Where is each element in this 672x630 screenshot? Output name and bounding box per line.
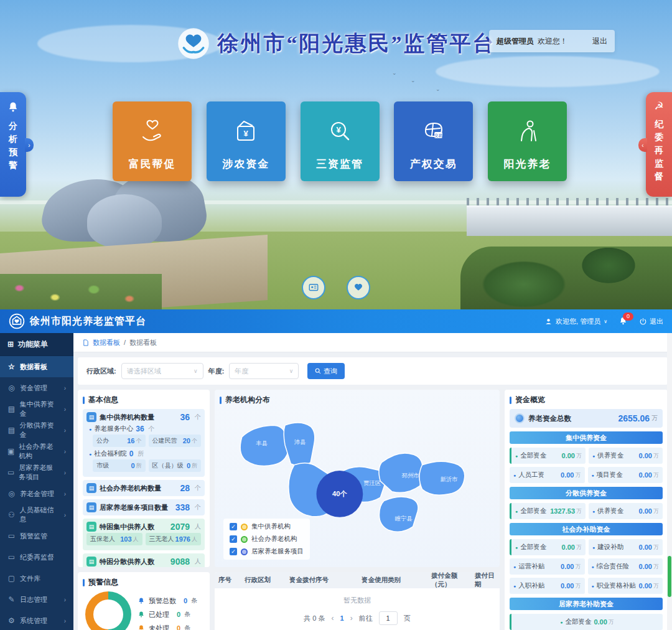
analysis-warning-label: 分析预警 xyxy=(8,120,18,172)
section-header-social-subsidy: 社会办补助资金 xyxy=(510,523,663,535)
folder-icon: ▤ xyxy=(7,426,16,435)
col-header-amount: 拨付金额（元） xyxy=(427,572,471,589)
sub-stat-label: 社会福利院 xyxy=(94,449,127,458)
star-icon: ☆ xyxy=(7,362,16,371)
chevron-right-icon: › xyxy=(64,406,66,413)
breadcrumb-root[interactable]: 数据看板 xyxy=(93,338,120,347)
legend-social-orgs[interactable]: ✓ 社会办养老机构 xyxy=(230,535,304,543)
sidebar-item-social-org[interactable]: ▣ 社会办养老机构 › xyxy=(0,441,73,462)
elder-person-icon xyxy=(513,117,542,146)
funds-overview-panel: 资金概览 养老资金总数 2655.06 万 集中供养资金 ● xyxy=(505,390,668,630)
main-content: 数据看板 / 数据看板 行政区域: 请选择区域 ∨ 年度: 年度 ∨ xyxy=(73,333,672,630)
sidebar-item-personnel-info[interactable]: ⚇ 人员基础信息 › xyxy=(0,504,73,525)
chevron-right-icon: › xyxy=(64,618,66,624)
doc-badge-icon: ▤ xyxy=(86,557,96,567)
year-placeholder: 年度 xyxy=(235,367,248,376)
coin-icon: ◎ xyxy=(7,383,16,392)
col-header-region: 行政区划 xyxy=(241,576,286,585)
tile-label: 阳光养老 xyxy=(504,157,551,171)
checkbox-checked-icon[interactable]: ✓ xyxy=(230,535,237,543)
sidebar-item-label: 分散供养资金 xyxy=(20,421,60,440)
alert-processed-row: 已处理 0 条 xyxy=(138,610,197,619)
table-empty-state: 暂无数据 xyxy=(215,588,500,611)
sidebar-item-data-board[interactable]: ☆ 数据看板 xyxy=(0,356,73,377)
section-header-decentralized: 分散供养资金 xyxy=(510,487,663,499)
folder-icon: ▤ xyxy=(7,405,16,413)
hero-logout-link[interactable]: 退出 xyxy=(592,36,607,47)
grid-icon: ⊞ xyxy=(7,340,14,349)
search-button[interactable]: 查询 xyxy=(307,363,345,379)
scrollbar-thumb[interactable] xyxy=(668,556,671,597)
dashboard-header: 徐州市阳光养老监管平台 欢迎您, 管理员 ∨ 0 xyxy=(0,309,672,333)
tile-shenong-zijin[interactable]: ¥ 涉农资金 xyxy=(207,101,286,181)
notifications-button[interactable]: 0 xyxy=(618,316,628,327)
chevron-right-icon: › xyxy=(64,448,66,455)
tile-fumin-bangcu[interactable]: 富民帮促 xyxy=(113,101,192,181)
checkbox-checked-icon[interactable]: ✓ xyxy=(230,548,237,555)
logout-button[interactable]: 退出 xyxy=(639,317,663,326)
checkbox-checked-icon[interactable]: ✓ xyxy=(230,523,237,530)
header-actions: 欢迎您, 管理员 ∨ 0 退出 xyxy=(544,316,663,327)
chevron-right-icon[interactable]: › xyxy=(25,138,34,152)
sidebar-item-discipline-supervision[interactable]: ▭ 纪委再监督 xyxy=(0,547,73,568)
sidebar-item-system-mgmt[interactable]: ⚙ 系统管理 › xyxy=(0,610,73,630)
chevron-right-icon: › xyxy=(64,491,66,497)
logout-label: 退出 xyxy=(650,317,663,326)
stat-value: 36 xyxy=(180,412,190,422)
sidebar-item-warning-supervision[interactable]: ▭ 预警监管 xyxy=(0,525,73,547)
sidebar-item-decentralized-fund[interactable]: ▤ 分散供养资金 › xyxy=(0,420,73,441)
sub-cell-gongban: 公办 16 个 xyxy=(93,435,146,447)
screen-icon: ▭ xyxy=(7,532,16,540)
tile-sanzi-jianguan[interactable]: ¥ 三资监管 xyxy=(301,101,380,181)
sidebar-item-label: 养老金管理 xyxy=(20,489,54,499)
sidebar-item-fund-mgmt[interactable]: ◎ 资金管理 › xyxy=(0,377,73,398)
prev-page-button[interactable]: ‹ xyxy=(332,614,334,623)
sidebar-item-label: 文件库 xyxy=(20,574,40,583)
sidebar-item-home-service[interactable]: ▭ 居家养老服务项目 › xyxy=(0,462,73,483)
bird-icon: ⌄ xyxy=(411,77,416,83)
next-page-button[interactable]: › xyxy=(350,614,353,623)
heart-hands-icon[interactable] xyxy=(347,276,370,299)
module-tiles: 富民帮促 ¥ 涉农资金 ¥ 三资监管 xyxy=(113,101,567,181)
sub-stat-label: 养老服务中心 xyxy=(94,425,133,433)
fund-cell: ● 人员工资 0.00 万 xyxy=(510,467,585,483)
sidebar-item-file-library[interactable]: ▢ 文件库 xyxy=(0,568,73,589)
district-label: 沛县 xyxy=(294,439,306,445)
chevron-right-icon: › xyxy=(64,385,66,392)
breadcrumb-current: 数据看板 xyxy=(129,338,157,347)
person-icon: ⚇ xyxy=(7,510,16,519)
year-select[interactable]: 年度 ∨ xyxy=(229,363,299,379)
tile-chanquan-jiaoyi[interactable]: 交易 产权交易 xyxy=(394,101,473,181)
pencil-icon: ✎ xyxy=(7,595,16,604)
bullet-dot: ● xyxy=(592,565,594,569)
tile-yangguang-yanglao[interactable]: 阳光养老 xyxy=(488,101,567,181)
sub-stat-value: 0 xyxy=(129,449,134,458)
sub-cell-shiji: 市级 0 所 xyxy=(93,459,146,472)
goto-page-input[interactable] xyxy=(379,611,398,625)
page-number-button[interactable]: 1 xyxy=(340,614,344,622)
user-menu[interactable]: 欢迎您, 管理员 ∨ xyxy=(544,317,607,326)
alert-info-panel: 预警信息 预警总数 0 xyxy=(78,572,210,630)
sidebar-item-label: 纪委再监督 xyxy=(20,553,54,562)
fund-cell: ● 综合责任险 0.00 万 xyxy=(588,558,663,575)
legend-home-projects[interactable]: ✓ 居家养老服务项目 xyxy=(230,547,304,556)
sidebar-item-log-mgmt[interactable]: ✎ 日志管理 › xyxy=(0,589,73,610)
region-select[interactable]: 请选择区域 ∨ xyxy=(121,363,203,379)
id-card-icon[interactable] xyxy=(302,276,325,299)
monitor-icon: ▭ xyxy=(7,468,14,477)
analysis-warning-tab[interactable]: 分析预警 › xyxy=(0,92,26,197)
bullet-dot: ● xyxy=(515,545,518,550)
chevron-left-icon[interactable]: ‹ xyxy=(638,138,647,152)
sidebar-item-centralized-fund[interactable]: ▤ 集中供养资金 › xyxy=(0,398,73,420)
breadcrumb-separator: / xyxy=(124,339,126,346)
sub-cell-gongjian: 公建民营 20 个 xyxy=(149,435,202,447)
legend-centralized-orgs[interactable]: ✓ 集中供养机构 xyxy=(230,522,304,531)
bullet-dot: ● xyxy=(592,473,594,477)
hero-user-box: 超级管理员 欢迎您！ 退出 xyxy=(489,30,615,52)
trade-tag-text: 交易 xyxy=(434,133,443,138)
discipline-supervision-tab[interactable]: ☭ 纪委再监督 ‹ xyxy=(646,92,672,197)
dashboard: 徐州市阳光养老监管平台 欢迎您, 管理员 ∨ 0 xyxy=(0,309,672,630)
sub-cell-sanwu: 三无老人 1976 人 xyxy=(146,533,202,545)
district-label: 睢宁县 xyxy=(395,515,413,522)
sidebar-item-pension-mgmt[interactable]: ◎ 养老金管理 › xyxy=(0,483,73,504)
